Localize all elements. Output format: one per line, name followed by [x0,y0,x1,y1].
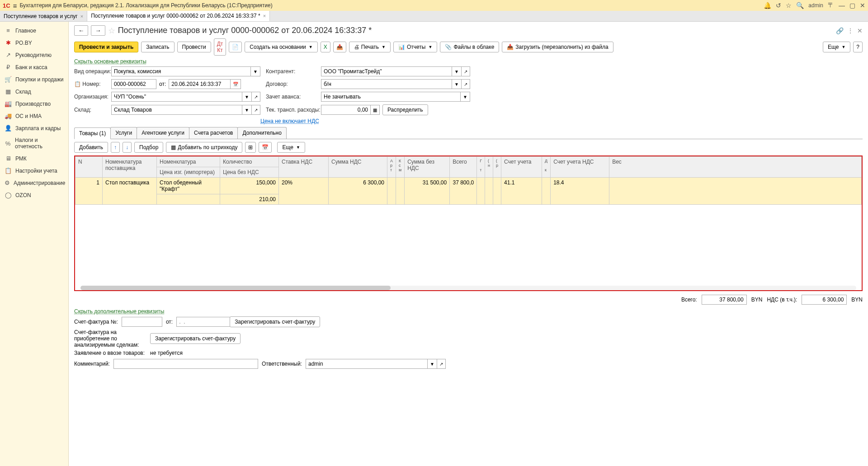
sidebar-item[interactable]: 🖥РМК [0,152,68,165]
sidebar-item[interactable]: ✱PO.BY [0,37,68,49]
tab-close-icon[interactable]: × [263,13,266,19]
favorite-star-icon[interactable]: ☆ [108,26,115,36]
search-icon[interactable]: 🔍 [796,2,804,9]
warehouse-input[interactable]: ▼ ↗ [111,105,260,115]
close-icon[interactable]: ✕ [860,2,865,9]
doc-tab[interactable]: Счета расчетов [189,127,238,139]
tab-receipt-doc[interactable]: Поступление товаров и услуг 0000-000062 … [87,11,270,21]
sidebar-item[interactable]: %Налоги и отчетность [0,134,68,152]
tab-list-receipt[interactable]: Поступление товаров и услуг × [0,11,87,21]
hide-extra-link[interactable]: Скрыть дополнительные реквизиты [74,308,164,315]
load-from-file-button[interactable]: 📥 Загрузить (перезаполнить) из файла [502,42,613,52]
hide-main-link[interactable]: Скрыть основные реквизиты [74,58,146,65]
register-invoice2-button[interactable]: Зарегистрировать счет-фактуру [150,333,241,344]
open-ref-icon[interactable]: ↗ [252,105,260,115]
dt-kt-icon[interactable]: ДтКт [214,38,226,56]
sidebar-item[interactable]: ⚙Администрирование [0,177,68,189]
open-ref-icon[interactable]: ↗ [462,66,470,76]
number-input[interactable] [111,79,156,89]
pick-button[interactable]: Подбор [134,142,163,153]
sidebar-item[interactable]: ↗Руководителю [0,49,68,61]
col-vat-account[interactable]: Счет учета НДС [551,157,609,178]
dropdown-icon[interactable]: ▼ [461,92,470,102]
doc-tab[interactable]: Агентские услуги [137,127,189,139]
sidebar-item[interactable]: 🚚ОС и НМА [0,110,68,122]
sidebar-item[interactable]: 👤Зарплата и кадры [0,122,68,134]
sidebar-item[interactable]: ◯OZON [0,189,68,201]
org-input[interactable]: ▼ ↗ [111,92,260,102]
responsible-input[interactable] [306,359,428,369]
dropdown-icon[interactable]: ▼ [242,105,252,115]
sidebar-item[interactable]: 🛒Покупки и продажи [0,73,68,85]
move-up-icon[interactable]: ↑ [111,142,120,153]
dropdown-icon[interactable]: ▼ [428,359,437,369]
date-input[interactable] [169,79,231,89]
contractor-input[interactable]: ▼ ↗ [321,66,470,76]
comment-input[interactable] [113,359,258,369]
doc-tab[interactable]: Услуги [110,127,137,139]
horizontal-scrollbar[interactable] [80,286,856,290]
col-narrow-c[interactable]: (н [485,157,493,178]
col-sum-no-vat[interactable]: Сумма без НДС [405,157,450,178]
doc-tab[interactable]: Дополнительно [237,127,286,139]
col-total[interactable]: Всего [450,157,477,178]
col-qty[interactable]: Количество [220,157,279,167]
col-vat-sum[interactable]: Сумма НДС [329,157,387,178]
register-invoice-button[interactable]: Зарегистрировать счет-фактуру [230,316,320,327]
col-weight[interactable]: Вес [609,157,862,178]
table-row[interactable]: 1 Стол поставщика Стол обеденный "Крафт"… [75,178,862,194]
col-narrow-k[interactable]: Ксм [396,157,405,178]
sidebar-item[interactable]: ≡Главное [0,24,68,37]
add-row-button[interactable]: Добавить [74,142,108,153]
doc-tab[interactable]: Товары (1) [74,127,111,139]
calc-icon[interactable]: ▦ [371,105,380,115]
col-narrow-a[interactable]: Арт [387,157,396,178]
open-ref-icon[interactable]: ↗ [462,79,470,89]
col-price-no-vat[interactable]: Цена без НДС [220,167,279,178]
dropdown-icon[interactable]: ▼ [452,66,462,76]
calendar2-icon[interactable]: 📅 [259,142,272,153]
history-icon[interactable]: ↺ [776,2,781,9]
col-mfg-price[interactable]: Цена изг. (импортера) [157,167,220,178]
operation-type-input[interactable]: ▼ [111,66,260,76]
create-based-button[interactable]: Создать на основании▼ [245,42,317,52]
col-narrow-r[interactable]: (р [493,157,501,178]
help-button[interactable]: ? [853,42,863,52]
columns-icon[interactable]: ⊞ [245,142,256,153]
col-account[interactable]: Счет учета [501,157,542,178]
save-button[interactable]: Записать [141,42,174,52]
tab-close-icon[interactable]: × [80,14,83,19]
dropdown-icon[interactable]: ▼ [251,66,260,76]
open-ref-icon[interactable]: ↗ [437,359,446,369]
col-nom[interactable]: Номенклатура [157,157,220,167]
more-button[interactable]: Еще▼ [823,42,850,52]
back-button[interactable]: ← [74,25,88,36]
settings-icon[interactable]: 〒 [828,1,834,9]
star-icon[interactable]: ☆ [786,2,792,9]
open-ref-icon[interactable]: ↗ [252,92,260,102]
sidebar-item[interactable]: 🏭Производство [0,98,68,110]
print-button[interactable]: 🖨 Печать▼ [349,42,391,52]
export-icon[interactable]: 📤 [333,42,346,52]
advance-input[interactable]: ▼ [321,92,470,102]
transport-input[interactable] [321,105,371,115]
price-no-vat-link[interactable]: Цена не включает НДС [260,118,319,124]
table-more-button[interactable]: Еще▼ [277,142,305,153]
dropdown-icon[interactable]: ▼ [452,79,462,89]
reports-button[interactable]: 📊 Отчеты▼ [393,42,437,52]
col-supplier-nom[interactable]: Номенклатура поставщика [103,157,157,178]
user-label[interactable]: admin [808,2,823,9]
add-by-barcode-button[interactable]: ▦ Добавить по штрихкоду [166,142,242,153]
sidebar-item[interactable]: 📋Настройки учета [0,165,68,177]
invoice-number-input[interactable] [122,317,162,327]
forward-button[interactable]: → [91,25,105,36]
sidebar-item[interactable]: ▦Склад [0,85,68,98]
post-button[interactable]: Провести [177,42,211,52]
col-vat-rate[interactable]: Ставка НДС [279,157,329,178]
contract-input[interactable]: ▼ ↗ [321,79,470,89]
sidebar-item[interactable]: ₽Банк и касса [0,61,68,73]
bell-icon[interactable]: 🔔 [764,2,771,9]
post-and-close-button[interactable]: Провести и закрыть [74,42,138,52]
col-n[interactable]: N [75,157,103,178]
dropdown-icon[interactable]: ▼ [242,92,252,102]
